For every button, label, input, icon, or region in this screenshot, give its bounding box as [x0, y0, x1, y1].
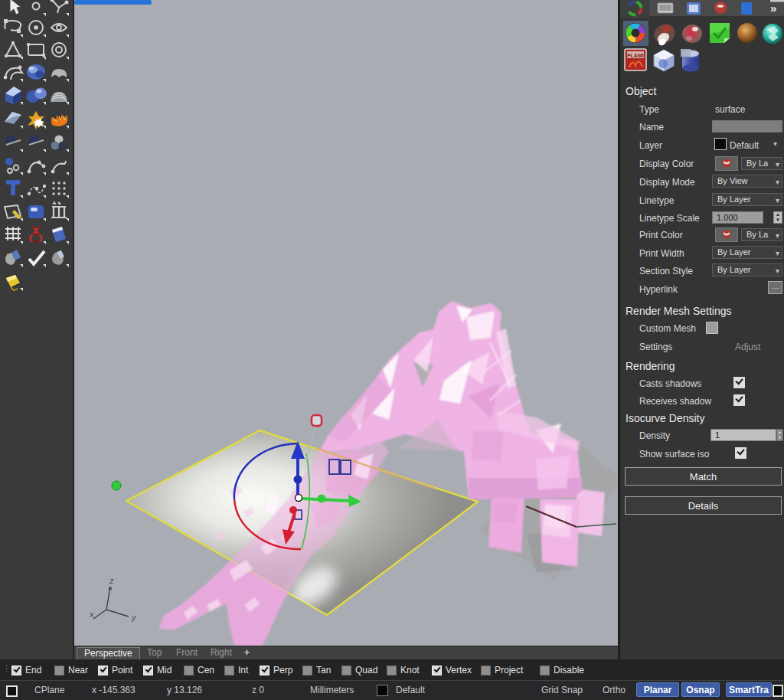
svg-text:FLAMI: FLAMI: [627, 53, 643, 58]
svg-text:x: x: [89, 610, 94, 619]
svg-text:z: z: [109, 576, 114, 585]
svg-text:»: »: [770, 2, 776, 15]
